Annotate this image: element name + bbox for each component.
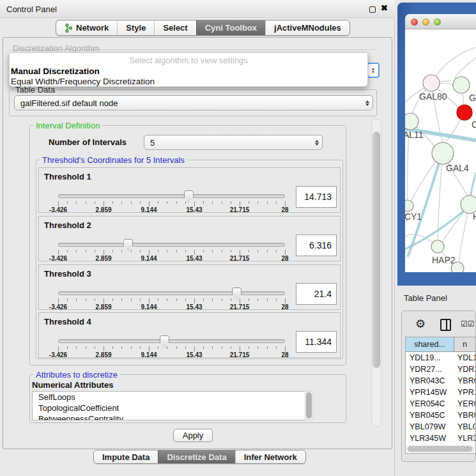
tab-cyni-toolbox[interactable]: Cyni Toolbox <box>196 20 265 35</box>
network-node-gcy1[interactable] <box>405 200 413 211</box>
cell-name[interactable]: YER0 <box>454 398 475 410</box>
algorithm-combo[interactable] <box>367 63 380 78</box>
content-scrollbar-thumb[interactable] <box>372 132 380 368</box>
cell-name[interactable]: YDR2 <box>454 364 475 375</box>
threshold-panel: Threshold 1 -3.4262.8599.14415.4321.7152… <box>38 167 341 213</box>
traffic-minimize-icon[interactable] <box>422 19 429 26</box>
threshold-slider-track[interactable] <box>58 339 285 343</box>
control-panel-title: Control Panel <box>6 4 57 14</box>
traffic-zoom-icon[interactable] <box>434 19 441 26</box>
control-panel-titlebar <box>0 0 395 18</box>
network-node-label: GA <box>469 93 476 103</box>
threshold-slider-track[interactable] <box>58 243 285 247</box>
table-data-combo[interactable]: galFiltered.sif default node <box>14 95 373 111</box>
cell-shared-name[interactable]: YPR145W <box>406 387 454 398</box>
network-node-label: GAL4 <box>446 163 469 173</box>
cell-name[interactable]: YBR0 <box>454 410 475 421</box>
tab-network[interactable]: Network <box>56 20 117 35</box>
attribute-item[interactable]: SelfLoops <box>33 392 312 403</box>
split-columns-icon[interactable] <box>440 319 451 331</box>
tab-select[interactable]: Select <box>154 20 196 35</box>
table-row[interactable]: YBR045CYBR0 <box>406 410 475 421</box>
table-hscrollbar-thumb[interactable] <box>408 446 472 452</box>
table-panel-title: Table Panel <box>404 293 447 303</box>
network-edge[interactable] <box>454 58 476 78</box>
network-node-ga[interactable] <box>453 77 470 93</box>
table-hscrollbar-track[interactable] <box>406 445 475 452</box>
cell-shared-name[interactable]: YER054C <box>406 398 454 410</box>
spinner-down-icon <box>372 71 375 73</box>
slider-tick-labels: -3.4262.8599.14415.4321.71528 <box>58 351 285 358</box>
cell-name[interactable]: YBR0 <box>454 375 475 387</box>
attributes-scrollbar-thumb[interactable] <box>306 392 312 418</box>
table-row[interactable]: YDL19...YDL1 <box>406 352 475 364</box>
table-row[interactable]: YLR345WYLR3 <box>406 433 475 444</box>
tab-jactivemnodules[interactable]: jActiveMNodules <box>265 20 349 35</box>
close-icon[interactable]: ✖ <box>381 3 388 13</box>
threshold-panel: Threshold 2 -3.4262.8599.14415.4321.7152… <box>38 216 341 261</box>
network-node-gal80[interactable] <box>423 75 440 91</box>
bottom-tab-label: Discretize Data <box>167 452 226 462</box>
cell-shared-name[interactable]: YDR27... <box>406 364 454 375</box>
algorithm-dropdown-popup: Select algorithm to view settings Manual… <box>9 52 368 87</box>
cell-name[interactable]: YLR3 <box>454 433 475 444</box>
bottom-tab-infer-network[interactable]: Infer Network <box>235 450 305 463</box>
network-node[interactable] <box>451 262 464 272</box>
cell-shared-name[interactable]: YLR345W <box>406 433 454 444</box>
threshold-value-field[interactable]: 11.344 <box>296 331 337 353</box>
gear-icon[interactable]: ⚙ <box>415 317 426 331</box>
threshold-slider-track[interactable] <box>58 194 285 198</box>
apply-button[interactable]: Apply <box>173 429 213 442</box>
algorithm-group-label: Discretization Algorithm <box>13 43 100 53</box>
attribute-item[interactable]: TopologicalCoefficient <box>33 403 312 413</box>
threshold-label: Threshold 2 <box>44 220 91 230</box>
cell-shared-name[interactable]: YBR043C <box>406 375 454 387</box>
network-node-c[interactable] <box>457 105 472 120</box>
algorithm-placeholder: Select algorithm to view settings <box>10 56 367 65</box>
table-row[interactable]: YER054CYER0 <box>406 398 475 410</box>
thresholds-group-label: Threshold's Coordinates for 5 Intervals <box>40 155 187 165</box>
algorithm-option-equal-width[interactable]: Equal Width/Frequency Discretization <box>11 77 155 86</box>
cell-name[interactable]: YDL1 <box>454 352 475 364</box>
threshold-value-field[interactable]: 21.4 <box>296 283 337 305</box>
table-row[interactable]: YDR27...YDR2 <box>406 364 475 375</box>
network-node-label: GCY1 <box>405 211 422 222</box>
column-header-shared-name[interactable]: shared... <box>406 337 454 351</box>
bottom-tab-discretize-data[interactable]: Discretize Data <box>158 450 234 463</box>
table-row[interactable]: YBR043CYBR0 <box>406 375 475 387</box>
float-window-icon[interactable] <box>369 6 376 13</box>
network-canvas[interactable]: GAL80GACGAL11GAL4GCY1HHAP2 <box>405 29 476 272</box>
top-tab-bar: NetworkStyleSelectCyni ToolboxjActiveMNo… <box>56 20 350 36</box>
cell-name[interactable]: YPR1 <box>454 387 475 398</box>
app-root: Control Panel ✖ NetworkStyleSelectCyni T… <box>0 0 476 476</box>
spinner-up-icon <box>372 68 375 70</box>
network-node-gal4[interactable] <box>432 142 454 164</box>
table-row[interactable]: YPR145WYPR1 <box>406 387 475 398</box>
num-intervals-combo[interactable]: 5 <box>144 135 323 150</box>
attribute-item[interactable]: BetweennessCentrality <box>33 413 312 420</box>
cell-name[interactable]: YBL0 <box>454 421 475 433</box>
column-header-name[interactable]: n <box>454 337 475 351</box>
threshold-value-field[interactable]: 14.713 <box>296 186 337 208</box>
tab-label: Network <box>76 23 109 33</box>
numerical-attributes-list[interactable]: SelfLoopsTopologicalCoefficientBetweenne… <box>32 391 313 420</box>
threshold-slider-track[interactable] <box>58 291 285 295</box>
bottom-tab-impute-data[interactable]: Impute Data <box>94 450 158 463</box>
network-window-titlebar[interactable] <box>405 14 476 29</box>
cell-shared-name[interactable]: YBL079W <box>406 421 454 433</box>
cell-shared-name[interactable]: YDL19... <box>406 352 454 364</box>
table-row[interactable]: YBL079WYBL0 <box>406 421 475 433</box>
threshold-label: Threshold 4 <box>44 317 91 326</box>
network-node-label: HAP2 <box>432 255 456 265</box>
cell-shared-name[interactable]: YBR045C <box>406 410 454 421</box>
network-node-hap2[interactable] <box>431 240 444 253</box>
algorithm-option-manual[interactable]: Manual Discretization <box>11 66 100 76</box>
network-node-gal11[interactable] <box>405 113 418 130</box>
network-node-label: H <box>473 211 476 222</box>
threshold-value-field[interactable]: 6.316 <box>296 234 337 256</box>
spinner-icon <box>362 100 372 106</box>
tab-style[interactable]: Style <box>117 20 154 35</box>
traffic-close-icon[interactable] <box>411 19 418 26</box>
select-columns-icon[interactable]: ☑☑ <box>461 319 475 328</box>
network-node-h[interactable] <box>461 196 476 213</box>
